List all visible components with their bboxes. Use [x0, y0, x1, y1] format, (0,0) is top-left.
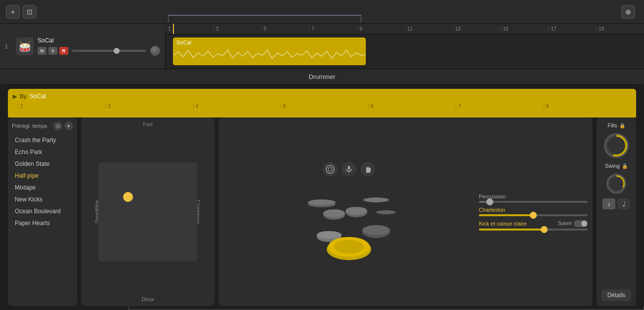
region-ruler-mark: 8: [544, 104, 631, 109]
hand-icon-btn[interactable]: [360, 162, 375, 177]
percussion-slider[interactable]: [479, 201, 588, 203]
svg-point-1: [328, 167, 332, 171]
track-number: 1: [5, 43, 12, 49]
region-ruler-mark: 5: [281, 104, 368, 109]
snare-icon-btn[interactable]: [323, 162, 338, 177]
record-arm-button[interactable]: R: [59, 47, 68, 55]
eighth-note-button[interactable]: ♪: [602, 198, 615, 209]
region-drummer-icon: Dy: [20, 93, 27, 99]
feel-dot[interactable]: [123, 192, 133, 202]
fills-knob[interactable]: [604, 133, 629, 158]
percussion-label: Percussion: [479, 194, 588, 199]
svg-point-7: [376, 210, 396, 214]
loop-button[interactable]: ⊡: [23, 5, 37, 19]
region-label: SoCal: [176, 39, 191, 45]
drumkit-controls: Percussion Charleston: [218, 117, 593, 306]
svg-point-18: [334, 240, 364, 254]
svg-point-6: [363, 197, 389, 202]
track-name: SoCal: [38, 37, 160, 44]
timeline-container: 135791113151719 SoCal: [166, 24, 644, 69]
record-button[interactable]: ⊕: [621, 5, 635, 19]
timeline-track-content[interactable]: SoCal: [166, 35, 644, 69]
ruler-mark: 5: [261, 26, 309, 32]
ruler-mark: 3: [214, 26, 261, 32]
ruler-mark: 13: [453, 26, 501, 32]
fills-knob-container: [604, 133, 629, 158]
region-play-icon[interactable]: ▶: [13, 93, 17, 100]
svg-point-13: [362, 225, 390, 235]
feel-label-top: Fort: [143, 121, 153, 127]
volume-slider[interactable]: [72, 50, 146, 52]
charleston-slider[interactable]: [479, 214, 588, 216]
percussion-thumb[interactable]: [486, 198, 493, 205]
preset-expand-button[interactable]: ▾: [64, 121, 73, 130]
region-ruler-mark: 2: [18, 104, 105, 109]
ruler-mark: 11: [405, 26, 453, 32]
playhead[interactable]: [173, 24, 174, 34]
svg-point-11: [345, 207, 367, 215]
add-button[interactable]: +: [6, 5, 20, 19]
fills-lock-icon: 🔒: [619, 123, 625, 128]
drum-kit-area: [223, 122, 474, 301]
fills-label: Fills 🔒: [607, 122, 625, 128]
pan-knob[interactable]: [150, 46, 160, 56]
presets-panel: Prérégl. temps ⊙ ▾ Crash the PartyEcho P…: [8, 117, 77, 306]
toggle-knob: [581, 221, 587, 227]
swing-knob[interactable]: [606, 174, 626, 194]
presets-title: Prérégl. temps: [12, 123, 47, 129]
mute-button[interactable]: M: [38, 47, 46, 55]
preset-item[interactable]: Ocean Boulevard: [12, 205, 73, 217]
details-button[interactable]: Détails: [601, 289, 632, 301]
kick-label: Kick et caisse claire Suivre: [479, 220, 588, 227]
preset-item[interactable]: Paper Hearts: [12, 217, 73, 229]
svg-rect-2: [348, 166, 350, 170]
track-info: SoCal M S R: [38, 37, 160, 56]
track-header: 1 🥁 SoCal M S R: [0, 24, 166, 69]
fills-swing-panel: Fills 🔒 Swing 🔒 ♪ ♩ Détails: [597, 117, 636, 306]
top-toolbar: + ⊡ ⊕: [0, 0, 644, 24]
swing-knob-container: [606, 174, 626, 194]
drummer-section-header: Drummer: [0, 69, 644, 85]
presets-header: Prérégl. temps ⊙ ▾: [12, 121, 73, 130]
preset-menu-button[interactable]: ⊙: [53, 121, 62, 130]
region-ruler-mark: 4: [193, 104, 281, 109]
kick-thumb[interactable]: [541, 226, 548, 233]
ruler-mark: 19: [596, 26, 644, 32]
audio-region[interactable]: SoCal: [173, 38, 366, 65]
ruler-mark: 7: [309, 26, 357, 32]
note-buttons: ♪ ♩: [602, 198, 630, 209]
follow-toggle: Suivre: [558, 220, 588, 227]
track-icon: 🥁: [16, 38, 34, 55]
percussion-slider-group: Percussion: [479, 194, 588, 203]
drummer-title: Drummer: [308, 73, 335, 80]
timeline-ruler[interactable]: 135791113151719: [166, 24, 644, 35]
follow-switch[interactable]: [574, 220, 588, 227]
preset-item[interactable]: Crash the Party: [12, 134, 73, 146]
presets-controls: ⊙ ▾: [53, 121, 73, 130]
kick-slider-group: Kick et caisse claire Suivre: [479, 220, 588, 231]
preset-item[interactable]: Golden State: [12, 158, 73, 170]
charleston-thumb[interactable]: [530, 212, 537, 219]
svg-point-0: [326, 165, 334, 173]
swing-lock-icon: 🔒: [622, 163, 628, 169]
drummer-main: Prérégl. temps ⊙ ▾ Crash the PartyEcho P…: [8, 117, 636, 306]
solo-button[interactable]: S: [48, 47, 57, 55]
ruler-mark: 9: [357, 26, 405, 32]
region-ruler-mark: 3: [105, 104, 193, 109]
drum-mode-icons: [323, 162, 375, 177]
preset-item[interactable]: Half-pipe: [12, 170, 73, 182]
svg-point-15: [317, 231, 342, 239]
feel-pad[interactable]: [98, 162, 197, 261]
drum-kit-svg: [300, 183, 398, 262]
region-bar-label: SoCal: [30, 93, 46, 100]
feel-pad-container: Fort Doux Simplifiée Complexe: [81, 117, 215, 306]
preset-item[interactable]: Mixtape: [12, 182, 73, 194]
drummer-region-bar: ▶ Dy SoCal 2345678: [8, 89, 636, 117]
mic-icon-btn[interactable]: [342, 162, 356, 177]
charleston-slider-group: Charleston: [479, 207, 588, 216]
preset-item[interactable]: Echo Park: [12, 146, 73, 158]
preset-item[interactable]: New Kicks: [12, 194, 73, 205]
sixteenth-note-button[interactable]: ♩: [617, 198, 630, 209]
kick-slider[interactable]: [479, 229, 588, 231]
volume-slider-thumb[interactable]: [114, 48, 120, 54]
